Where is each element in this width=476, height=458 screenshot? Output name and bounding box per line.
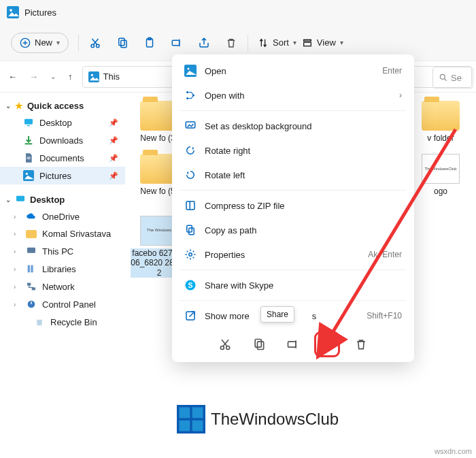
svg-rect-34: [186, 122, 195, 128]
ctx-skype[interactable]: SShare with Skype: [172, 273, 414, 297]
window-title: Pictures: [24, 7, 56, 18]
new-label: New: [35, 37, 52, 48]
copy-icon: [252, 338, 266, 351]
sidebar-item-desktop[interactable]: Desktop📌: [0, 114, 125, 131]
plus-circle-icon: [20, 37, 31, 48]
paste-button[interactable]: [143, 36, 156, 50]
svg-point-32: [186, 97, 188, 99]
sidebar-item-pictures[interactable]: Pictures📌: [0, 167, 125, 184]
svg-rect-17: [27, 157, 30, 158]
desktop-label: Desktop: [30, 195, 65, 205]
new-button[interactable]: New ▾: [11, 33, 69, 53]
pictures-app-icon: [7, 6, 19, 18]
copypath-icon: [184, 224, 197, 236]
ctx-setbg[interactable]: Set as desktop background: [172, 114, 414, 138]
ctx-label-tail: s: [312, 311, 317, 321]
up-button[interactable]: ↑: [68, 71, 73, 82]
sidebar-item-network[interactable]: ›Network: [0, 278, 125, 295]
sidebar-item-label: Desktop: [39, 118, 72, 128]
quick-access-header[interactable]: ⌄ ★ Quick access: [0, 98, 125, 114]
desktop-icon: [23, 117, 34, 128]
cut-icon: [89, 37, 101, 49]
ctx-delete-button[interactable]: [352, 335, 371, 354]
ctx-showmore[interactable]: Show more Share s Shift+F10: [172, 304, 414, 328]
image-item[interactable]: TheWindowsClubogo: [412, 154, 469, 196]
ctx-label: Set as desktop background: [205, 121, 312, 131]
sort-icon: [258, 37, 269, 48]
history-dropdown[interactable]: ⌄: [50, 73, 56, 80]
ctx-properties[interactable]: PropertiesAk+Enter: [172, 242, 414, 267]
breadcrumb-root[interactable]: This: [103, 71, 120, 82]
cut-button[interactable]: [88, 36, 102, 50]
trash-icon: [225, 37, 237, 49]
back-button[interactable]: ←: [8, 71, 17, 82]
delete-button[interactable]: [224, 36, 238, 50]
svg-rect-12: [88, 71, 99, 82]
wallpaper-icon: [184, 120, 197, 132]
sidebar-item-thispc[interactable]: ›This PC: [0, 242, 125, 260]
search-box[interactable]: Se: [432, 67, 473, 88]
desktop-header[interactable]: ⌄ Desktop: [0, 191, 125, 208]
pin-icon: 📌: [109, 154, 118, 163]
svg-rect-45: [258, 342, 264, 350]
pc-icon: [26, 246, 37, 257]
ctx-copy-button[interactable]: [250, 335, 269, 354]
separator: [180, 190, 406, 191]
sidebar-item-label: OneDrive: [42, 212, 80, 222]
sidebar-item-libraries[interactable]: ›Libraries: [0, 260, 125, 278]
svg-rect-46: [288, 342, 296, 347]
copy-icon: [116, 37, 129, 49]
sidebar-item-documents[interactable]: Documents📌: [0, 149, 125, 167]
share-button[interactable]: [197, 36, 211, 50]
chevron-down-icon: ▾: [340, 39, 343, 46]
sidebar-item-downloads[interactable]: Downloads📌: [0, 131, 125, 149]
svg-rect-6: [121, 40, 126, 48]
ctx-label: Rotate right: [205, 146, 250, 156]
svg-rect-5: [119, 38, 124, 46]
cloud-icon: [26, 211, 37, 222]
rotate-right-icon: [184, 144, 197, 157]
chevron-right-icon: ›: [14, 283, 16, 291]
svg-rect-22: [27, 248, 35, 253]
document-icon: [23, 152, 34, 163]
ctx-open[interactable]: OpenEnter: [172, 59, 414, 83]
ctx-rotateleft[interactable]: Rotate left: [172, 163, 414, 187]
folder-item[interactable]: v folder: [412, 101, 469, 143]
svg-point-30: [188, 68, 190, 70]
search-icon: [439, 73, 448, 82]
ctx-share-button[interactable]: [318, 335, 337, 354]
brand-logo-icon: [177, 405, 205, 434]
view-button[interactable]: View ▾: [302, 37, 343, 48]
svg-rect-23: [28, 265, 30, 273]
svg-rect-9: [172, 40, 180, 46]
ctx-rotateright[interactable]: Rotate right: [172, 138, 414, 163]
svg-rect-21: [16, 196, 24, 201]
svg-rect-18: [27, 159, 30, 159]
sidebar-item-label: This PC: [42, 246, 73, 257]
share-tooltip: Share: [260, 306, 294, 323]
rename-button[interactable]: [170, 36, 184, 50]
separator: [248, 35, 248, 51]
sidebar-item-recyclebin[interactable]: Recycle Bin: [0, 313, 125, 331]
chevron-down-icon: ▾: [293, 39, 296, 46]
svg-rect-24: [31, 265, 33, 273]
ctx-cut-button[interactable]: [216, 335, 235, 354]
sidebar-item-controlpanel[interactable]: ›Control Panel: [0, 295, 125, 313]
sidebar-item-onedrive[interactable]: ›OneDrive: [0, 208, 125, 225]
forward-button[interactable]: →: [29, 71, 38, 82]
copy-button[interactable]: [116, 36, 129, 50]
folder-icon: [26, 230, 37, 238]
svg-rect-49: [180, 408, 190, 419]
separator: [180, 300, 406, 301]
ctx-zip[interactable]: Compress to ZIP file: [172, 193, 414, 218]
chevron-right-icon: ›: [14, 230, 16, 238]
ctx-copypath[interactable]: Copy as path: [172, 218, 414, 242]
download-icon: [23, 135, 34, 146]
chevron-right-icon: ›: [399, 91, 402, 100]
ctx-rename-button[interactable]: [284, 335, 303, 354]
pictures-icon: [88, 71, 99, 82]
ctx-openwith[interactable]: Open with›: [172, 83, 414, 108]
view-label: View: [317, 37, 336, 48]
sidebar-item-user[interactable]: ›Komal Srivastava: [0, 225, 125, 242]
sort-button[interactable]: Sort ▾: [258, 37, 296, 48]
